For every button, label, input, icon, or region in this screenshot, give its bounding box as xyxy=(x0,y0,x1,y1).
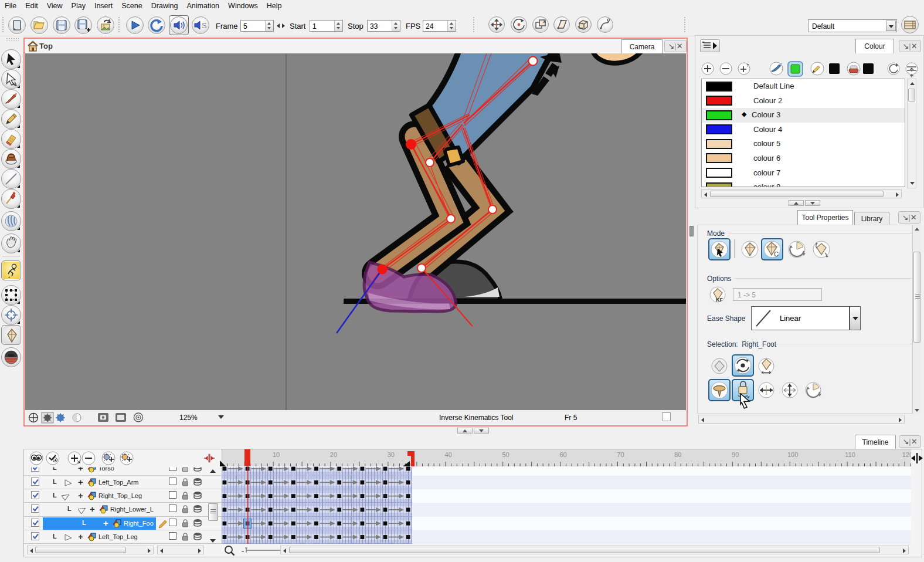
svg-text:30: 30 xyxy=(388,451,395,458)
svg-text:10: 10 xyxy=(273,451,280,458)
svg-text:20: 20 xyxy=(330,451,337,458)
svg-text:80: 80 xyxy=(674,451,681,458)
svg-text:100: 100 xyxy=(787,451,798,458)
svg-text:70: 70 xyxy=(617,451,624,458)
svg-text:50: 50 xyxy=(502,451,509,458)
svg-text:T: T xyxy=(746,63,749,68)
svg-text:S: S xyxy=(202,21,207,30)
svg-text:C: C xyxy=(774,250,779,258)
svg-text:KF: KF xyxy=(716,297,723,303)
svg-text:90: 90 xyxy=(732,451,739,458)
svg-text:60: 60 xyxy=(559,451,566,458)
svg-text:40: 40 xyxy=(445,451,452,458)
svg-text:110: 110 xyxy=(845,451,855,458)
